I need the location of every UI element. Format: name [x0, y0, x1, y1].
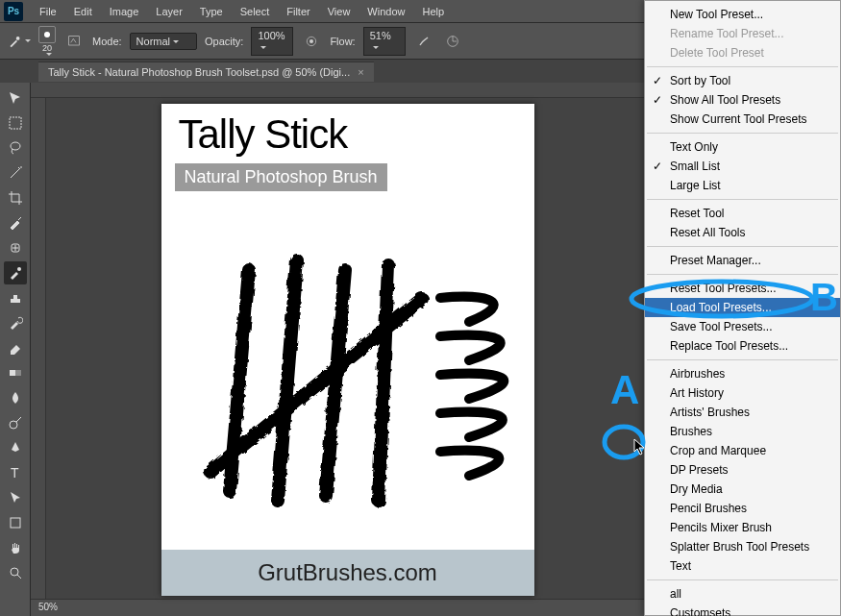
- svg-text:T: T: [11, 465, 19, 480]
- menu-item[interactable]: Splatter Brush Tool Presets: [645, 537, 840, 556]
- lasso-tool[interactable]: [4, 136, 27, 160]
- history-brush-tool[interactable]: [4, 311, 27, 334]
- menu-item[interactable]: Art History: [645, 383, 840, 403]
- menu-item: Delete Tool Preset: [645, 43, 840, 62]
- airbrush-icon[interactable]: [413, 31, 434, 52]
- opacity-input[interactable]: 100%: [251, 27, 293, 56]
- menu-item[interactable]: Pencil Brushes: [645, 499, 840, 518]
- pen-tool[interactable]: [4, 436, 27, 459]
- document-tab[interactable]: Tally Stick - Natural Photoshop Brush To…: [38, 62, 374, 82]
- svg-line-18: [378, 264, 387, 500]
- menu-filter[interactable]: Filter: [278, 2, 318, 21]
- pressure-opacity-icon[interactable]: [301, 31, 322, 52]
- shape-tool[interactable]: [4, 511, 27, 534]
- brush-tool[interactable]: [4, 261, 27, 284]
- svg-point-8: [17, 267, 21, 271]
- menu-edit[interactable]: Edit: [65, 2, 101, 21]
- menu-item[interactable]: Crop and Marquee: [645, 441, 840, 460]
- menu-item[interactable]: Sort by Tool: [645, 71, 840, 90]
- svg-point-14: [11, 568, 18, 576]
- menu-separator: [647, 66, 838, 67]
- menu-item[interactable]: Reset Tool: [645, 204, 840, 223]
- wand-tool[interactable]: [4, 161, 27, 185]
- menu-separator: [647, 199, 838, 200]
- menu-item[interactable]: Airbrushes: [645, 364, 840, 383]
- opacity-label: Opacity:: [205, 36, 243, 47]
- menu-item[interactable]: Show Current Tool Presets: [645, 110, 840, 129]
- hand-tool[interactable]: [4, 536, 27, 559]
- menu-select[interactable]: Select: [232, 2, 279, 21]
- menu-file[interactable]: File: [31, 2, 65, 21]
- eraser-tool[interactable]: [4, 336, 27, 359]
- tools-toolbar: T: [0, 83, 31, 616]
- dodge-tool[interactable]: [4, 411, 27, 434]
- svg-point-11: [10, 421, 17, 429]
- menu-item[interactable]: Preset Manager...: [645, 251, 840, 270]
- cursor-icon: [633, 438, 647, 456]
- menu-item[interactable]: Artists' Brushes: [645, 403, 840, 422]
- document-tab-title: Tally Stick - Natural Photoshop Brush To…: [48, 66, 350, 78]
- menu-separator: [647, 133, 838, 134]
- ruler-horizontal: [31, 83, 649, 98]
- menu-item[interactable]: Brushes: [645, 422, 840, 441]
- menu-item[interactable]: Dry Media: [645, 480, 840, 499]
- zoom-tool[interactable]: [4, 561, 27, 584]
- menu-item[interactable]: Small List: [645, 157, 840, 176]
- canvas[interactable]: Tally Stick Natural Photoshop Brush: [46, 98, 649, 599]
- tool-preset-picker[interactable]: [8, 30, 31, 53]
- menu-item[interactable]: Save Tool Presets...: [645, 317, 840, 336]
- menu-view[interactable]: View: [319, 2, 359, 21]
- blend-mode-select[interactable]: Normal: [130, 33, 197, 50]
- menu-type[interactable]: Type: [191, 2, 232, 21]
- mode-label: Mode:: [92, 36, 122, 47]
- doc-subtitle: Natural Photoshop Brush: [175, 163, 387, 191]
- brush-size-picker[interactable]: 20: [38, 26, 56, 56]
- menu-item[interactable]: Show All Tool Presets: [645, 90, 840, 110]
- tally-strokes: [161, 240, 534, 529]
- marquee-tool[interactable]: [4, 111, 27, 135]
- svg-point-3: [309, 39, 313, 43]
- menu-item[interactable]: Customsets: [645, 604, 840, 616]
- crop-tool[interactable]: [4, 186, 27, 209]
- menu-separator: [647, 274, 838, 275]
- healing-tool[interactable]: [4, 236, 27, 259]
- menu-help[interactable]: Help: [413, 2, 453, 21]
- blur-tool[interactable]: [4, 386, 27, 409]
- app-icon: Ps: [4, 2, 23, 21]
- menu-item[interactable]: Reset Tool Presets...: [645, 279, 840, 298]
- status-bar: 50%: [31, 599, 649, 616]
- canvas-area: Tally Stick Natural Photoshop Brush: [31, 83, 649, 616]
- doc-footer: GrutBrushes.com: [161, 550, 534, 596]
- menu-item[interactable]: Load Tool Presets...: [645, 298, 840, 317]
- move-tool[interactable]: [4, 86, 27, 110]
- menu-item[interactable]: Pencils Mixer Brush: [645, 518, 840, 537]
- document: Tally Stick Natural Photoshop Brush: [161, 104, 534, 596]
- pressure-size-icon[interactable]: [442, 31, 463, 52]
- menu-item[interactable]: Text: [645, 556, 840, 576]
- menu-item[interactable]: Replace Tool Presets...: [645, 336, 840, 356]
- menu-window[interactable]: Window: [359, 2, 413, 21]
- tool-presets-context-menu: New Tool Preset...Rename Tool Preset...D…: [644, 0, 841, 616]
- path-select-tool[interactable]: [4, 486, 27, 509]
- svg-rect-5: [10, 117, 21, 129]
- menu-separator: [647, 359, 838, 360]
- flow-input[interactable]: 51%: [363, 27, 406, 56]
- menu-item[interactable]: New Tool Preset...: [645, 5, 840, 24]
- menu-item[interactable]: DP Presets: [645, 460, 840, 480]
- eyedropper-tool[interactable]: [4, 211, 27, 234]
- close-tab-icon[interactable]: ×: [358, 66, 363, 78]
- menu-item[interactable]: Reset All Tools: [645, 223, 840, 242]
- flow-label: Flow:: [330, 36, 355, 47]
- brush-panel-toggle-icon[interactable]: [63, 31, 85, 52]
- gradient-tool[interactable]: [4, 361, 27, 384]
- type-tool[interactable]: T: [4, 461, 27, 484]
- menu-item[interactable]: Large List: [645, 176, 840, 195]
- menu-item[interactable]: Text Only: [645, 137, 840, 157]
- svg-rect-13: [11, 518, 20, 528]
- menu-image[interactable]: Image: [101, 2, 148, 21]
- svg-line-16: [277, 259, 296, 500]
- menu-layer[interactable]: Layer: [147, 2, 191, 21]
- stamp-tool[interactable]: [4, 286, 27, 309]
- menu-item[interactable]: all: [645, 584, 840, 604]
- svg-point-0: [16, 37, 20, 40]
